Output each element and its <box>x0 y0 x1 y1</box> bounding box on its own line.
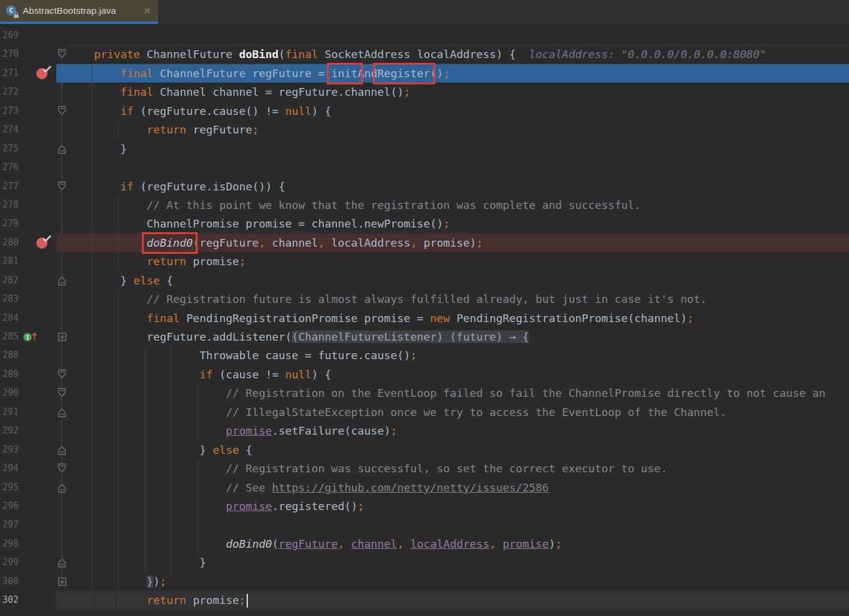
code-text[interactable]: doBind0(regFuture, channel, localAddress… <box>68 535 562 553</box>
code-text[interactable]: }); <box>68 572 166 591</box>
code-text[interactable]: if (regFuture.isDone()) { <box>68 177 285 196</box>
line-number[interactable]: 275 <box>0 139 24 158</box>
line-number[interactable]: 290 <box>0 384 24 402</box>
gutter-icon-slot <box>24 120 56 139</box>
token-def: PendingRegistrationPromise(channel) <box>456 312 687 324</box>
fold-up-icon[interactable] <box>56 403 68 421</box>
token-cap: promise <box>503 538 549 550</box>
fold-plus-icon[interactable] <box>56 572 68 591</box>
code-text[interactable]: // IllegalStateException once we try to … <box>68 403 727 421</box>
code-text[interactable]: Throwable cause = future.cause(); <box>68 346 417 365</box>
token-def: promise <box>186 594 239 606</box>
code-text[interactable]: final Channel channel = regFuture.channe… <box>68 83 410 101</box>
line-number[interactable]: 299 <box>0 553 24 572</box>
line-number[interactable]: 284 <box>0 309 24 327</box>
code-text[interactable]: promise.setFailure(cause); <box>68 421 397 440</box>
token-def: (regFuture.cause() != <box>134 105 285 117</box>
line-number[interactable]: 288 <box>0 346 24 365</box>
line-number[interactable]: 280 <box>0 233 24 252</box>
code-text[interactable]: return promise; <box>68 591 245 609</box>
code-text[interactable]: } <box>68 553 206 572</box>
code-text[interactable]: } <box>68 139 127 158</box>
code-text[interactable]: private ChannelFuture doBind(final Socke… <box>68 45 766 63</box>
code-text[interactable]: // See https://github.com/netty/netty/is… <box>68 478 548 497</box>
fold-up-icon[interactable] <box>56 553 68 572</box>
fold-down-icon[interactable] <box>56 45 68 63</box>
token-cmt: // See <box>226 481 272 494</box>
fold-down-icon[interactable] <box>56 102 68 120</box>
fold-down-icon[interactable] <box>56 459 68 478</box>
code-text[interactable]: doBind0(regFuture, channel, localAddress… <box>68 233 483 252</box>
line-number[interactable]: 276 <box>0 158 24 177</box>
token-semi: ; <box>443 217 450 230</box>
implements-method-icon[interactable]: I <box>24 327 56 346</box>
token-def: ) { <box>311 368 331 381</box>
code-text[interactable]: } else { <box>68 441 252 459</box>
method-separator-line <box>68 45 849 45</box>
code-line-299: 299 } <box>0 553 849 572</box>
code-text[interactable]: regFuture.addListener((ChannelFutureList… <box>68 327 529 346</box>
code-text[interactable]: ChannelPromise promise = channel.newProm… <box>68 214 450 233</box>
line-number[interactable]: 289 <box>0 365 24 384</box>
breakpoint-verified-icon[interactable] <box>24 64 56 83</box>
code-line-292: 292 promise.setFailure(cause); <box>0 421 849 440</box>
line-number[interactable]: 278 <box>0 196 24 214</box>
line-number[interactable]: 293 <box>0 441 24 459</box>
gutter-icon-slot <box>24 459 56 478</box>
line-number[interactable]: 300 <box>0 572 24 591</box>
fold-up-icon[interactable] <box>56 271 68 290</box>
code-text[interactable]: // Registration future is almost always … <box>68 290 707 308</box>
line-number[interactable]: 274 <box>0 120 24 139</box>
line-number[interactable]: 292 <box>0 421 24 440</box>
fold-up-icon[interactable] <box>56 139 68 158</box>
fold-down-icon[interactable] <box>56 384 68 402</box>
fold-down-icon[interactable] <box>56 177 68 196</box>
fold-plus-icon[interactable] <box>56 327 68 346</box>
tab-abstractbootstrap-java[interactable]: C AbstractBootstrap.java ✕ <box>0 0 158 22</box>
code-text[interactable]: final PendingRegistrationPromise promise… <box>68 309 694 327</box>
code-text[interactable]: if (cause != null) { <box>68 365 331 384</box>
code-text[interactable]: promise.registered(); <box>68 497 364 515</box>
line-number[interactable]: 297 <box>0 515 24 534</box>
code-text[interactable]: // At this point we know that the regist… <box>68 196 641 214</box>
line-number[interactable]: 283 <box>0 290 24 308</box>
indent-guide <box>118 196 119 271</box>
token-def: } <box>120 274 134 287</box>
annotation-box-Register <box>373 63 435 84</box>
token-def: { <box>160 274 173 287</box>
line-number[interactable]: 269 <box>0 26 24 45</box>
indent-guide <box>144 347 145 572</box>
fold-down-icon[interactable] <box>56 365 68 384</box>
tab-close-icon[interactable]: ✕ <box>144 6 151 16</box>
line-number[interactable]: 298 <box>0 535 24 553</box>
code-text[interactable]: if (regFuture.cause() != null) { <box>68 102 331 120</box>
fold-up-icon[interactable] <box>56 478 68 497</box>
code-text[interactable]: // Registration was successful, so set t… <box>68 459 668 478</box>
code-text[interactable]: return regFuture; <box>68 120 259 139</box>
code-text[interactable]: return promise; <box>68 252 245 271</box>
line-number[interactable]: 294 <box>0 459 24 478</box>
debugger-inline-hint: localAddress: "0.0.0.0/0.0.0.0:8080" <box>529 48 766 60</box>
line-number[interactable]: 296 <box>0 497 24 515</box>
code-line-288: 288 Throwable cause = future.cause(); <box>0 346 849 365</box>
line-number[interactable]: 272 <box>0 83 24 101</box>
breakpoint-verified-icon[interactable] <box>24 233 56 252</box>
token-def: ChannelFuture <box>147 48 239 60</box>
code-editor[interactable]: 269270 private ChannelFuture doBind(fina… <box>0 24 849 616</box>
code-text[interactable]: // Registration on the EventLoop failed … <box>68 384 826 402</box>
fold-up-icon[interactable] <box>56 441 68 459</box>
line-number[interactable]: 273 <box>0 102 24 120</box>
line-number[interactable]: 291 <box>0 403 24 421</box>
line-number[interactable]: 271 <box>0 64 24 83</box>
line-number[interactable]: 295 <box>0 478 24 497</box>
token-kw: if <box>120 105 134 117</box>
line-number[interactable]: 282 <box>0 271 24 290</box>
line-number[interactable]: 302 <box>0 591 24 609</box>
line-number[interactable]: 270 <box>0 45 24 63</box>
code-text[interactable]: } else { <box>68 271 173 290</box>
line-number[interactable]: 279 <box>0 214 24 233</box>
line-number[interactable]: 277 <box>0 177 24 196</box>
token-def: ) <box>153 575 160 588</box>
line-number[interactable]: 285 <box>0 327 24 346</box>
line-number[interactable]: 281 <box>0 252 24 271</box>
